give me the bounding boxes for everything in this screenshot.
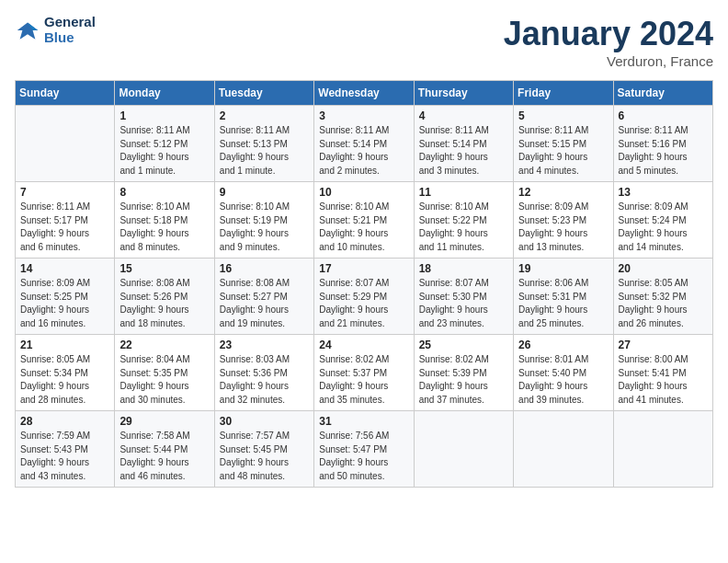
calendar-cell: 27Sunrise: 8:00 AM Sunset: 5:41 PM Dayli… [613,335,712,411]
day-info: Sunrise: 7:57 AM Sunset: 5:45 PM Dayligh… [220,430,309,483]
calendar-cell [514,411,613,488]
calendar-cell: 8Sunrise: 8:10 AM Sunset: 5:18 PM Daylig… [115,182,214,259]
day-number: 19 [518,262,608,275]
calendar-cell: 15Sunrise: 8:08 AM Sunset: 5:26 PM Dayli… [115,259,214,335]
day-info: Sunrise: 8:11 AM Sunset: 5:14 PM Dayligh… [319,124,408,178]
day-header-tuesday: Tuesday [214,81,313,106]
day-number: 29 [119,415,209,428]
month-title: January 2024 [504,15,713,53]
calendar-cell [613,411,712,488]
calendar-cell: 29Sunrise: 7:58 AM Sunset: 5:44 PM Dayli… [115,411,214,488]
day-info: Sunrise: 8:07 AM Sunset: 5:29 PM Dayligh… [319,277,408,330]
day-info: Sunrise: 8:00 AM Sunset: 5:41 PM Dayligh… [619,353,708,407]
logo-line2: Blue [44,30,96,46]
day-number: 15 [119,262,209,275]
day-header-saturday: Saturday [613,81,712,106]
calendar-cell: 24Sunrise: 8:02 AM Sunset: 5:37 PM Dayli… [314,335,414,411]
day-info: Sunrise: 8:11 AM Sunset: 5:13 PM Dayligh… [220,124,309,178]
day-info: Sunrise: 8:11 AM Sunset: 5:12 PM Dayligh… [119,124,209,178]
day-header-friday: Friday [514,81,613,106]
calendar-cell: 9Sunrise: 8:10 AM Sunset: 5:19 PM Daylig… [214,182,313,259]
calendar-cell: 16Sunrise: 8:08 AM Sunset: 5:27 PM Dayli… [214,259,313,335]
day-info: Sunrise: 7:58 AM Sunset: 5:44 PM Dayligh… [119,430,209,483]
day-info: Sunrise: 8:02 AM Sunset: 5:37 PM Dayligh… [319,353,408,407]
day-number: 1 [119,109,209,122]
day-info: Sunrise: 8:08 AM Sunset: 5:26 PM Dayligh… [119,277,209,330]
location: Verduron, France [504,53,713,69]
calendar-cell: 14Sunrise: 8:09 AM Sunset: 5:25 PM Dayli… [16,259,115,335]
day-info: Sunrise: 8:01 AM Sunset: 5:40 PM Dayligh… [518,353,608,407]
calendar-header-row: SundayMondayTuesdayWednesdayThursdayFrid… [16,81,713,106]
calendar-cell: 20Sunrise: 8:05 AM Sunset: 5:32 PM Dayli… [613,259,712,335]
logo-line1: General [44,15,96,30]
day-number: 12 [518,186,608,199]
header: General Blue January 2024 Verduron, Fran… [15,15,713,69]
svg-marker-0 [17,22,38,39]
day-header-thursday: Thursday [414,81,513,106]
title-area: January 2024 Verduron, France [504,15,713,69]
day-info: Sunrise: 8:09 AM Sunset: 5:24 PM Dayligh… [619,201,708,254]
day-number: 16 [220,262,309,275]
day-info: Sunrise: 8:10 AM Sunset: 5:22 PM Dayligh… [419,201,508,254]
calendar-cell: 12Sunrise: 8:09 AM Sunset: 5:23 PM Dayli… [514,182,613,259]
calendar-week-row: 28Sunrise: 7:59 AM Sunset: 5:43 PM Dayli… [16,411,713,488]
calendar-cell: 28Sunrise: 7:59 AM Sunset: 5:43 PM Dayli… [16,411,115,488]
calendar-cell: 5Sunrise: 8:11 AM Sunset: 5:15 PM Daylig… [514,106,613,182]
calendar-table: SundayMondayTuesdayWednesdayThursdayFrid… [15,80,713,488]
day-info: Sunrise: 8:08 AM Sunset: 5:27 PM Dayligh… [220,277,309,330]
calendar-cell [16,106,115,182]
day-number: 14 [20,262,109,275]
day-number: 22 [119,339,209,351]
day-info: Sunrise: 8:05 AM Sunset: 5:32 PM Dayligh… [619,277,708,330]
calendar-cell: 3Sunrise: 8:11 AM Sunset: 5:14 PM Daylig… [314,106,414,182]
day-header-monday: Monday [115,81,214,106]
day-info: Sunrise: 8:09 AM Sunset: 5:23 PM Dayligh… [518,201,608,254]
calendar-cell: 2Sunrise: 8:11 AM Sunset: 5:13 PM Daylig… [214,106,313,182]
calendar-cell: 19Sunrise: 8:06 AM Sunset: 5:31 PM Dayli… [514,259,613,335]
day-number: 27 [619,339,708,351]
day-info: Sunrise: 8:04 AM Sunset: 5:35 PM Dayligh… [119,353,209,407]
calendar-cell: 7Sunrise: 8:11 AM Sunset: 5:17 PM Daylig… [16,182,115,259]
day-info: Sunrise: 8:03 AM Sunset: 5:36 PM Dayligh… [220,353,309,407]
day-info: Sunrise: 8:10 AM Sunset: 5:21 PM Dayligh… [319,201,408,254]
calendar-week-row: 14Sunrise: 8:09 AM Sunset: 5:25 PM Dayli… [16,259,713,335]
day-header-wednesday: Wednesday [314,81,414,106]
day-number: 17 [319,262,408,275]
day-info: Sunrise: 8:05 AM Sunset: 5:34 PM Dayligh… [20,353,109,407]
day-number: 20 [619,262,708,275]
calendar-cell: 25Sunrise: 8:02 AM Sunset: 5:39 PM Dayli… [414,335,513,411]
day-number: 10 [319,186,408,199]
day-number: 5 [518,109,608,122]
day-info: Sunrise: 8:06 AM Sunset: 5:31 PM Dayligh… [518,277,608,330]
day-number: 28 [20,415,109,428]
day-number: 26 [518,339,608,351]
calendar-body: 1Sunrise: 8:11 AM Sunset: 5:12 PM Daylig… [16,106,713,488]
day-number: 7 [20,186,109,199]
day-number: 31 [319,415,408,428]
day-info: Sunrise: 8:07 AM Sunset: 5:30 PM Dayligh… [419,277,508,330]
day-number: 4 [419,109,508,122]
calendar-cell: 1Sunrise: 8:11 AM Sunset: 5:12 PM Daylig… [115,106,214,182]
day-header-sunday: Sunday [16,81,115,106]
day-number: 2 [220,109,309,122]
day-info: Sunrise: 8:10 AM Sunset: 5:19 PM Dayligh… [220,201,309,254]
calendar-cell: 26Sunrise: 8:01 AM Sunset: 5:40 PM Dayli… [514,335,613,411]
logo-icon [15,17,40,43]
logo: General Blue [15,15,96,45]
calendar-cell [414,411,513,488]
day-number: 13 [619,186,708,199]
day-info: Sunrise: 7:59 AM Sunset: 5:43 PM Dayligh… [20,430,109,483]
day-number: 3 [319,109,408,122]
day-number: 11 [419,186,508,199]
day-info: Sunrise: 8:02 AM Sunset: 5:39 PM Dayligh… [419,353,508,407]
day-number: 8 [119,186,209,199]
calendar-cell: 10Sunrise: 8:10 AM Sunset: 5:21 PM Dayli… [314,182,414,259]
calendar-cell: 17Sunrise: 8:07 AM Sunset: 5:29 PM Dayli… [314,259,414,335]
day-info: Sunrise: 8:11 AM Sunset: 5:15 PM Dayligh… [518,124,608,178]
day-number: 30 [220,415,309,428]
day-number: 21 [20,339,109,351]
calendar-cell: 6Sunrise: 8:11 AM Sunset: 5:16 PM Daylig… [613,106,712,182]
day-number: 18 [419,262,508,275]
day-number: 24 [319,339,408,351]
calendar-cell: 18Sunrise: 8:07 AM Sunset: 5:30 PM Dayli… [414,259,513,335]
